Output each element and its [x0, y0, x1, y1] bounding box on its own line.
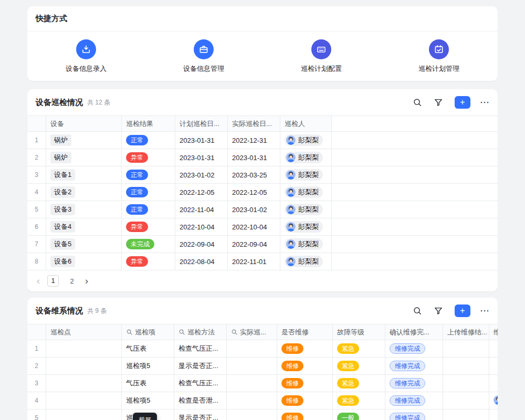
- cell[interactable]: 彭梨梨: [280, 201, 332, 218]
- add-record-button[interactable]: +: [455, 96, 470, 109]
- cell[interactable]: [46, 410, 122, 420]
- cell[interactable]: 紧急: [333, 392, 385, 410]
- cell[interactable]: 锅炉: [46, 149, 122, 166]
- cell[interactable]: 显示是否正...: [174, 410, 227, 420]
- search-icon[interactable]: [413, 98, 422, 107]
- cell[interactable]: 2023-01-02: [228, 201, 280, 218]
- cell[interactable]: 检查是否泄...: [174, 392, 227, 410]
- cell[interactable]: 气压表: [122, 375, 174, 392]
- cell[interactable]: 设备4: [46, 218, 122, 236]
- cell[interactable]: 正常: [122, 132, 175, 149]
- column-header[interactable]: 巡检人: [280, 116, 332, 132]
- search-icon[interactable]: [413, 306, 422, 316]
- cell[interactable]: 异常: [122, 253, 175, 270]
- shortcut-item-4[interactable]: 巡检计划管理: [418, 39, 459, 74]
- pagination-page-2[interactable]: 2: [66, 277, 78, 285]
- cell[interactable]: 彭梨梨: [280, 149, 332, 166]
- cell[interactable]: [227, 340, 277, 358]
- cell[interactable]: 检查气压正...: [174, 375, 227, 392]
- cell[interactable]: [46, 375, 122, 392]
- cell[interactable]: 一般: [333, 410, 385, 420]
- cell[interactable]: 2023-01-31: [175, 149, 228, 166]
- cell[interactable]: 2022-08-04: [175, 253, 228, 270]
- column-header[interactable]: 实际巡检日...: [228, 116, 280, 132]
- cell[interactable]: [227, 410, 277, 420]
- column-header[interactable]: 上传维修结...: [443, 324, 489, 340]
- cell[interactable]: 检查气压正...: [174, 340, 227, 358]
- cell[interactable]: 维修: [277, 410, 333, 420]
- filter-icon[interactable]: [434, 98, 443, 107]
- cell[interactable]: [46, 358, 122, 375]
- column-header[interactable]: 巡检项: [122, 324, 174, 340]
- cell[interactable]: [46, 392, 122, 410]
- cell[interactable]: [443, 358, 489, 375]
- cell[interactable]: [489, 358, 498, 375]
- shortcut-item-2[interactable]: 设备信息管理: [183, 39, 224, 74]
- cell[interactable]: 紧急: [333, 340, 385, 358]
- cell[interactable]: [46, 340, 122, 358]
- cell[interactable]: [443, 410, 489, 420]
- cell[interactable]: [489, 340, 498, 358]
- cell[interactable]: 2023-03-25: [228, 166, 280, 184]
- cell[interactable]: [443, 375, 489, 392]
- column-header[interactable]: 实际巡...: [227, 324, 277, 340]
- cell[interactable]: 气压表: [122, 340, 174, 358]
- cell[interactable]: 维修: [277, 392, 333, 410]
- cell[interactable]: 异常: [122, 149, 175, 166]
- column-header[interactable]: 巡检点: [46, 324, 122, 340]
- add-record-button[interactable]: +: [455, 304, 470, 317]
- cell[interactable]: [443, 392, 489, 410]
- cell[interactable]: 维修: [277, 358, 333, 375]
- cell[interactable]: 彭梨梨: [280, 166, 332, 184]
- cell[interactable]: 锅炉: [46, 132, 122, 149]
- column-header[interactable]: 维: [489, 324, 498, 340]
- cell[interactable]: [489, 392, 498, 410]
- cell[interactable]: 维修完成: [385, 375, 443, 392]
- column-header[interactable]: 确认维修完...: [385, 324, 443, 340]
- cell[interactable]: 维修: [277, 375, 333, 392]
- cell[interactable]: 正常: [122, 166, 175, 184]
- cell[interactable]: 2023-01-31: [175, 132, 228, 149]
- cell[interactable]: 维修完成: [385, 392, 443, 410]
- cell[interactable]: 2022-09-04: [175, 236, 228, 253]
- cell[interactable]: [489, 410, 498, 420]
- column-header[interactable]: 设备: [46, 116, 122, 132]
- cell[interactable]: [443, 340, 489, 358]
- cell[interactable]: 2022-11-04: [175, 201, 228, 218]
- cell[interactable]: 正常: [122, 201, 175, 218]
- cell[interactable]: [489, 375, 498, 392]
- cell[interactable]: 异常: [122, 218, 175, 236]
- cell[interactable]: [227, 392, 277, 410]
- shortcut-item-3[interactable]: 巡检计划配置: [301, 39, 342, 74]
- cell[interactable]: 巡检项5: [122, 392, 174, 410]
- cell[interactable]: 彭梨梨: [280, 253, 332, 270]
- column-header[interactable]: 是否维修: [277, 324, 333, 340]
- cell[interactable]: 紧急: [333, 375, 385, 392]
- cell[interactable]: 2022-10-04: [228, 218, 280, 236]
- cell[interactable]: 设备2: [46, 184, 122, 201]
- cell[interactable]: 2022-12-05: [175, 184, 228, 201]
- cell[interactable]: 2022-09-04: [228, 236, 280, 253]
- cell[interactable]: 设备3: [46, 201, 122, 218]
- cell[interactable]: 紧急: [333, 358, 385, 375]
- column-header[interactable]: 故障等级: [333, 324, 385, 340]
- cell[interactable]: 2023-01-02: [175, 166, 228, 184]
- pagination-prev-icon[interactable]: ‹: [37, 276, 40, 286]
- column-header[interactable]: 巡检方法: [174, 324, 227, 340]
- cell[interactable]: 设备1: [46, 166, 122, 184]
- cell[interactable]: 彭梨梨: [280, 132, 332, 149]
- cell[interactable]: 彭梨梨: [280, 184, 332, 201]
- filter-icon[interactable]: [434, 306, 443, 316]
- pagination-page-1[interactable]: 1: [47, 275, 59, 287]
- pagination-next-icon[interactable]: ›: [85, 276, 88, 286]
- cell[interactable]: 维修完成: [385, 340, 443, 358]
- cell[interactable]: 2022-11-01: [228, 253, 280, 270]
- cell[interactable]: 彭梨梨: [280, 236, 332, 253]
- cell[interactable]: 维修完成: [385, 410, 443, 420]
- cell[interactable]: 正常: [122, 184, 175, 201]
- column-header[interactable]: 巡检结果: [122, 116, 175, 132]
- cell[interactable]: 2022-12-31: [228, 132, 280, 149]
- cell[interactable]: 设备6: [46, 253, 122, 270]
- cell[interactable]: [227, 358, 277, 375]
- cell[interactable]: 维修完成: [385, 358, 443, 375]
